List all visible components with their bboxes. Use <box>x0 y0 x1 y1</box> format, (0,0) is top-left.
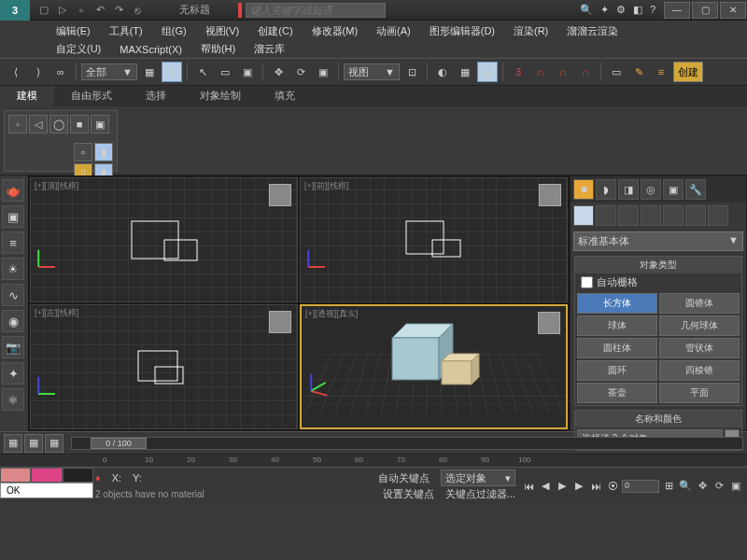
key-mode-icon[interactable]: ⦿ <box>605 479 620 494</box>
cone-button[interactable]: 圆锥体 <box>659 293 740 314</box>
lights-icon[interactable] <box>618 205 639 226</box>
select-region-icon[interactable]: ▭ <box>215 62 235 82</box>
named-sel-icon[interactable]: ▭ <box>606 62 627 82</box>
help-icon[interactable]: ? <box>650 4 655 16</box>
track-icon[interactable]: ▦ <box>45 434 63 453</box>
border-icon[interactable]: ◯ <box>49 115 68 133</box>
time-handle[interactable]: 0 / 100 <box>91 438 147 449</box>
redo-icon[interactable]: ↷ <box>110 2 127 19</box>
geometry-icon[interactable] <box>573 205 594 226</box>
autogrid-checkbox[interactable] <box>581 276 593 288</box>
keyframe-icon[interactable]: ♦ <box>95 472 101 483</box>
cylinder-button[interactable]: 圆柱体 <box>577 338 657 358</box>
tool-icon[interactable]: ⚙ <box>616 4 626 16</box>
keyfilters-button[interactable]: 关键点过滤器... <box>445 487 515 501</box>
menu-customize[interactable]: 自定义(U) <box>47 40 110 58</box>
render-icon[interactable]: ▣ <box>2 205 24 228</box>
modify-tab-icon[interactable]: ◗ <box>596 179 616 200</box>
pan-icon[interactable]: ✥ <box>695 479 710 494</box>
tool-icon[interactable]: ◧ <box>633 4 642 16</box>
menu-maxscript[interactable]: MAXScript(X) <box>110 42 191 57</box>
time-ruler[interactable]: 0 10 20 30 40 50 60 70 80 90 100 <box>0 454 747 467</box>
keymode-icon[interactable]: ▦ <box>455 62 475 82</box>
pyramid-button[interactable]: 四棱锥 <box>659 360 740 381</box>
link-icon[interactable]: ⟨ <box>6 62 26 82</box>
app-logo[interactable]: 3 <box>0 0 30 21</box>
autokey-button[interactable]: 自动关键点 <box>378 471 430 485</box>
section-header[interactable]: 名称和颜色 <box>575 411 741 427</box>
selected-dropdown[interactable]: 选定对象▾ <box>441 469 515 486</box>
ribbon-tab-objpaint[interactable]: 对象绘制 <box>183 86 258 106</box>
element-icon[interactable]: ▣ <box>91 115 109 133</box>
poly-icon[interactable]: ■ <box>70 115 89 133</box>
menu-tools[interactable]: 工具(T) <box>100 22 152 40</box>
helpers-icon[interactable] <box>663 205 684 226</box>
menu-graph[interactable]: 图形编辑器(D) <box>420 22 504 40</box>
next-frame-icon[interactable]: ▶ <box>571 479 586 494</box>
goto-start-icon[interactable]: ⏮ <box>521 479 536 494</box>
tool-icon[interactable]: ✦ <box>600 4 609 16</box>
bind-icon[interactable]: ∞ <box>50 62 71 82</box>
open-icon[interactable]: ▷ <box>54 2 71 19</box>
tool-icon[interactable]: ▫ <box>74 143 92 161</box>
vertex-icon[interactable]: ◦ <box>8 115 27 133</box>
ribbon-tab-fill[interactable]: 填充 <box>258 86 312 106</box>
plane-button[interactable]: 平面 <box>659 383 740 403</box>
box-button[interactable]: 长方体 <box>577 293 657 314</box>
cameras-icon[interactable] <box>641 205 661 226</box>
search-input[interactable] <box>246 3 386 18</box>
orbit-icon[interactable]: ⟳ <box>712 479 726 494</box>
angle-snap-icon[interactable]: 3 <box>508 62 529 82</box>
viewport-left[interactable]: [+][左][线框] <box>30 304 298 429</box>
display-tab-icon[interactable]: ▣ <box>663 179 684 200</box>
nav-icon[interactable]: ⊞ <box>661 479 676 494</box>
motion-tab-icon[interactable]: ◎ <box>641 179 661 200</box>
window-crossing-icon[interactable]: ▣ <box>237 62 258 82</box>
selection-filter-dropdown[interactable]: 全部▼ <box>81 63 137 80</box>
save-icon[interactable]: ▫ <box>73 2 90 19</box>
undo-icon[interactable]: ↶ <box>92 2 108 19</box>
align-icon[interactable]: ≡ <box>651 62 671 82</box>
light-icon[interactable]: ☀ <box>2 258 24 280</box>
ribbon-tab-modeling[interactable]: 建模 <box>0 86 54 106</box>
menu-help[interactable]: 帮助(H) <box>191 40 245 58</box>
unlink-icon[interactable]: ⟩ <box>28 62 49 82</box>
menu-modifiers[interactable]: 修改器(M) <box>303 22 368 40</box>
snap-icon[interactable]: ∩ <box>553 62 573 82</box>
systems-icon[interactable] <box>708 205 728 226</box>
reactor-icon[interactable]: ⚛ <box>2 388 24 411</box>
viewport-perspective[interactable]: [+][透视][真实] <box>300 304 568 429</box>
create-button[interactable]: 创建 <box>673 62 703 82</box>
track-icon[interactable]: ▦ <box>24 434 43 453</box>
create-tab-icon[interactable]: ✹ <box>573 179 594 200</box>
ribbon-tab-selection[interactable]: 选择 <box>129 86 183 106</box>
menu-edit[interactable]: 编辑(E) <box>47 22 100 40</box>
select-icon[interactable]: ▦ <box>139 62 160 82</box>
viewport-front[interactable]: [+][前][线框] <box>300 177 568 302</box>
menu-rendering[interactable]: 渲染(R) <box>504 22 557 40</box>
snap-icon[interactable]: ∩ <box>530 62 551 82</box>
tool-icon[interactable]: ▮ <box>94 143 113 161</box>
new-icon[interactable]: ▢ <box>35 2 52 19</box>
ref-coord-dropdown[interactable]: 视图▼ <box>344 63 400 80</box>
utilities-tab-icon[interactable]: 🔧 <box>685 179 706 200</box>
hierarchy-tab-icon[interactable]: ◨ <box>618 179 639 200</box>
link-icon[interactable]: ⎋ <box>129 2 146 19</box>
shapes-icon[interactable] <box>596 205 616 226</box>
category-dropdown[interactable]: 标准基本体▼ <box>573 231 743 251</box>
binoculars-icon[interactable]: 🔍 <box>580 4 593 16</box>
camera-icon[interactable]: 📷 <box>2 336 24 358</box>
max-toggle-icon[interactable]: ▣ <box>728 479 743 494</box>
teapot-button[interactable]: 茶壶 <box>577 383 657 403</box>
menu-turbo[interactable]: 溜溜云渲染 <box>557 22 627 40</box>
close-button[interactable]: ✕ <box>720 2 746 19</box>
mirror-icon[interactable]: ✎ <box>628 62 649 82</box>
goto-end-icon[interactable]: ⏭ <box>588 479 603 494</box>
center-icon[interactable]: ⊡ <box>402 62 422 82</box>
track-icon[interactable]: ▦ <box>4 434 22 453</box>
geosphere-button[interactable]: 几何球体 <box>659 315 740 336</box>
manip-icon[interactable]: ◐ <box>432 62 453 82</box>
viewcube-icon[interactable] <box>539 184 561 206</box>
snap-icon[interactable]: ∩ <box>575 62 596 82</box>
select-name-icon[interactable]: ↖ <box>192 62 213 82</box>
